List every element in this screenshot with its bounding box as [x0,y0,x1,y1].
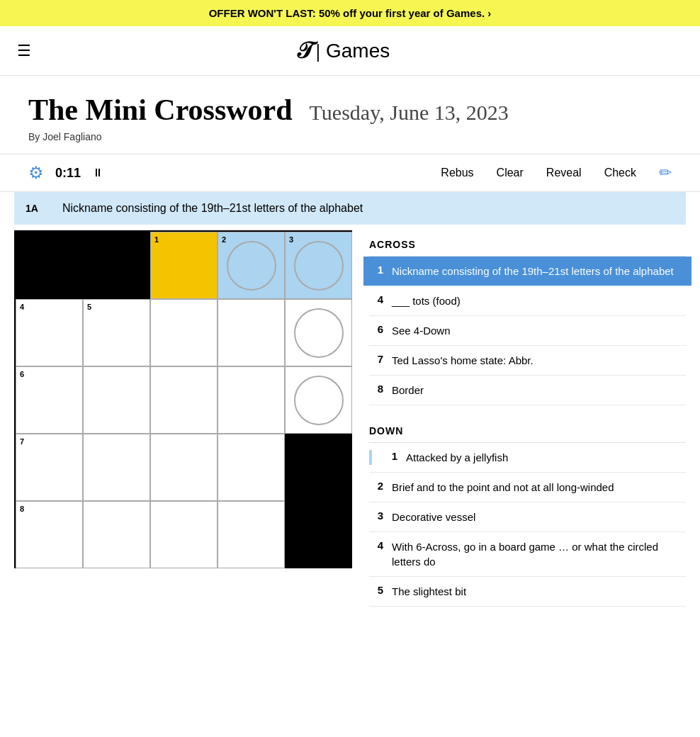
clue-number: 1 [369,264,383,276]
toolbar: ⚙ 0:11 ⏸ Rebus Clear Reveal Check ✏ [0,154,700,192]
cell-number-7: 7 [20,437,24,446]
grid-cell-r1c2[interactable] [150,299,218,366]
clue-description: Nickname consisting of the 19th–21st let… [392,264,686,279]
clue-number: 1 [383,450,397,462]
banner-text: OFFER WON'T LAST: 50% off your first yea… [209,7,492,19]
hamburger-menu[interactable]: ☰ [17,43,31,59]
across-clue-8[interactable]: 8 Border [369,376,686,405]
clue-number: 5 [369,584,383,596]
grid-cell-r1c1[interactable]: 5 [83,299,150,366]
grid-cell-r0c2[interactable]: 1 [150,232,218,299]
clear-button[interactable]: Clear [497,164,524,182]
clue-description: Border [392,383,686,398]
grid-cell-r1c0[interactable]: 4 [16,299,83,366]
toolbar-left: ⚙ 0:11 ⏸ [28,163,350,183]
promo-banner[interactable]: OFFER WON'T LAST: 50% off your first yea… [0,0,700,26]
cell-circle-indicator [294,376,344,425]
clue-number: 4 [369,293,383,305]
across-header: ACROSS [369,230,686,257]
cell-circle-indicator [227,241,276,291]
cell-number-5: 5 [87,303,91,311]
grid-cell-r3c3[interactable] [218,434,285,501]
grid-cell-r0c1 [83,232,150,299]
grid-cell-r2c0[interactable]: 6 [16,366,83,434]
nyt-logo-t: 𝒯 [296,38,310,64]
clue-description: With 6-Across, go in a board game … or w… [392,539,686,569]
grid-cell-r3c2[interactable] [150,434,218,501]
logo-games: Games [326,40,390,62]
cell-number-3: 3 [289,235,293,244]
cell-number-4: 4 [20,303,24,311]
grid-cell-r4c2[interactable] [150,501,218,568]
across-clue-1[interactable]: 1 Nickname consisting of the 19th–21st l… [363,257,691,286]
puzzle-author: By Joel Fagliano [28,131,672,142]
grid-cell-r3c0[interactable]: 7 [16,434,83,501]
clue-indicator [369,450,372,465]
cell-circle-indicator [294,308,344,358]
down-clue-1[interactable]: 1 Attacked by a jellyfish [369,443,686,473]
grid-cell-r2c1[interactable] [83,366,150,434]
puzzle-date: Tuesday, June 13, 2023 [310,101,509,124]
cell-number-8: 8 [20,505,24,513]
across-clue-6[interactable]: 6 See 4-Down [369,316,686,346]
clue-number: 4 [369,539,383,551]
crossword-grid[interactable]: 12345678 [14,230,352,568]
reveal-button[interactable]: Reveal [546,164,582,182]
active-clue-text: Nickname consisting of the 19th–21st let… [62,202,363,215]
grid-cell-r2c3[interactable] [218,366,285,434]
active-clue-number: 1A [26,203,51,214]
clue-number: 8 [369,383,383,395]
clue-number: 6 [369,323,383,335]
pencil-icon[interactable]: ✏ [659,164,672,182]
toolbar-actions: Rebus Clear Reveal Check ✏ [350,164,672,182]
grid-cell-r1c3[interactable] [218,299,285,366]
grid-cell-r4c3[interactable] [218,501,285,568]
down-clue-2[interactable]: 2 Brief and to the point and not at all … [369,473,686,502]
across-clue-7[interactable]: 7 Ted Lasso's home state: Abbr. [369,346,686,376]
cell-number-2: 2 [222,235,226,244]
clue-number: 3 [369,510,383,522]
settings-icon[interactable]: ⚙ [28,163,44,183]
clue-description: Ted Lasso's home state: Abbr. [392,353,686,368]
grid-cell-r0c3[interactable]: 2 [218,232,285,299]
down-header: DOWN [369,417,686,443]
clue-description: Brief and to the point and not at all lo… [392,480,686,495]
grid-cell-r2c2[interactable] [150,366,218,434]
clue-description: Attacked by a jellyfish [406,450,686,465]
title-section: The Mini Crossword Tuesday, June 13, 202… [0,76,700,154]
timer-display: 0:11 [55,166,81,181]
active-clue-banner: 1A Nickname consisting of the 19th–21st … [14,192,686,225]
site-logo: 𝒯 | Games [296,38,390,64]
puzzle-title: The Mini Crossword [28,94,293,126]
grid-cell-r0c4[interactable]: 3 [285,232,352,299]
clue-description: The slightest bit [392,584,686,599]
cell-number-6: 6 [20,370,24,378]
down-clue-5[interactable]: 5 The slightest bit [369,577,686,607]
clue-description: Decorative vessel [392,510,686,524]
grid-cell-r4c0[interactable]: 8 [16,501,83,568]
clue-number: 7 [369,353,383,365]
clue-description: ___ tots (food) [392,293,686,308]
down-clue-4[interactable]: 4 With 6-Across, go in a board game … or… [369,532,686,577]
grid-section: 12345678 [14,230,352,607]
grid-cell-r3c1[interactable] [83,434,150,501]
down-clue-3[interactable]: 3 Decorative vessel [369,502,686,532]
across-clues-list: 1 Nickname consisting of the 19th–21st l… [369,257,686,405]
across-clue-4[interactable]: 4 ___ tots (food) [369,286,686,316]
cell-number-1: 1 [154,235,159,244]
grid-cell-r1c4[interactable] [285,299,352,366]
grid-cell-r4c4 [285,501,352,568]
site-header: ☰ 𝒯 | Games [0,26,700,76]
clues-section: ACROSS 1 Nickname consisting of the 19th… [369,230,686,607]
rebus-button[interactable]: Rebus [441,164,473,182]
check-button[interactable]: Check [604,164,636,182]
grid-cell-r0c0 [16,232,83,299]
cell-circle-indicator [294,241,344,291]
grid-cell-r2c4[interactable] [285,366,352,434]
logo-separator: | [316,40,320,62]
pause-button[interactable]: ⏸ [92,167,103,179]
grid-cell-r3c4 [285,434,352,501]
grid-cell-r4c1[interactable] [83,501,150,568]
main-content: 12345678 ACROSS 1 Nickname consisting of… [0,230,700,607]
clue-number: 2 [369,480,383,492]
